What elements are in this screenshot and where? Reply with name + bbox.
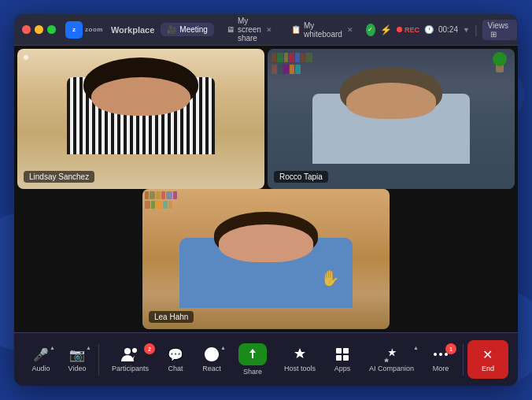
mic-on-indicator [24, 55, 28, 60]
apps-label: Apps [334, 365, 351, 372]
more-button[interactable]: More 1 [423, 342, 458, 377]
host-tools-label: Host tools [284, 365, 316, 372]
main-controls: Participants 2 💬 Chat React ▲ [104, 339, 458, 380]
close-button[interactable] [22, 25, 31, 34]
bookshelf-decoration [272, 53, 511, 109]
audio-label: Audio [31, 365, 50, 372]
whiteboard-tab-icon: 📋 [291, 25, 301, 34]
av-controls: 🎤 Audio ▲ 📷 Video ▲ [24, 342, 94, 377]
control-bar: 🎤 Audio ▲ 📷 Video ▲ [14, 332, 518, 386]
workplace-label: Workplace [111, 25, 154, 35]
meeting-tab-icon: 🎥 [167, 25, 176, 34]
chevron-down-icon[interactable]: ▼ [463, 26, 470, 34]
clock-icon: 🕐 [424, 25, 434, 34]
chat-icon: 💬 [166, 346, 185, 362]
participant-1-overlay [24, 55, 28, 60]
ai-companion-icon [382, 346, 401, 362]
svg-rect-5 [343, 355, 349, 361]
bottom-row: ✋ Lea Hahn [17, 189, 515, 329]
lightning-icon: ⚡ [380, 24, 392, 35]
participants-badge: 2 [144, 343, 155, 354]
svg-rect-2 [336, 348, 342, 354]
top-row: Lindsay Sanchez [17, 49, 515, 189]
host-tools-icon [290, 346, 309, 362]
tab-screen-share[interactable]: 🖥 My screen share ✕ [220, 14, 279, 45]
minimize-button[interactable] [35, 25, 43, 34]
views-button[interactable]: Views ⊞ [482, 20, 517, 40]
divider-1 [98, 344, 99, 376]
meeting-tab-label: Meeting [179, 25, 208, 34]
svg-point-6 [434, 353, 437, 356]
svg-point-0 [124, 348, 131, 354]
divider-2 [463, 344, 464, 376]
end-icon: ✕ [478, 346, 497, 362]
participant-video-3: ✋ Lea Hahn [142, 189, 390, 329]
chat-button[interactable]: 💬 Chat [158, 342, 193, 377]
apps-icon [333, 346, 352, 362]
rec-dot [397, 27, 402, 32]
titlebar: z zoom Workplace 🎥 Meeting 🖥 My screen s… [14, 14, 518, 46]
participant-video-2: Rocco Tapia [268, 49, 515, 189]
rec-label: REC [405, 26, 419, 34]
wave-hand: ✋ [320, 269, 340, 287]
participants-label: Participants [112, 365, 149, 372]
whiteboard-tab-close[interactable]: ✕ [347, 26, 353, 34]
svg-rect-4 [336, 355, 342, 361]
apps-button[interactable]: Apps [325, 342, 360, 377]
video-button[interactable]: 📷 Video ▲ [60, 342, 94, 377]
titlebar-right: ✓ ⚡ REC 🕐 00:24 ▼ | Views ⊞ [366, 20, 517, 40]
svg-rect-3 [343, 348, 349, 354]
chat-label: Chat [168, 365, 183, 372]
screen-share-tab-close[interactable]: ✕ [266, 26, 272, 34]
participant-1-frame [17, 49, 264, 189]
zoom-logo: z zoom [65, 21, 103, 39]
zoom-logo-text: zoom [85, 26, 103, 33]
meeting-timer: 00:24 [438, 25, 458, 34]
screen-share-tab-label: My screen share [238, 17, 261, 43]
zoom-window: z zoom Workplace 🎥 Meeting 🖥 My screen s… [14, 14, 518, 386]
views-label: Views [488, 21, 509, 30]
participants-icon [120, 346, 139, 362]
share-icon [238, 343, 267, 365]
tab-meeting[interactable]: 🎥 Meeting [161, 23, 214, 36]
react-icon [202, 346, 221, 362]
ai-caret-icon[interactable]: ▲ [413, 345, 419, 350]
video-grid: Lindsay Sanchez [14, 46, 518, 332]
screen-share-tab-icon: 🖥 [227, 25, 235, 34]
video-caret-icon[interactable]: ▲ [86, 345, 91, 350]
end-button[interactable]: ✕ End [467, 340, 508, 379]
plant-decoration [493, 53, 507, 72]
maximize-button[interactable] [47, 25, 56, 34]
participant-1-name: Lindsay Sanchez [24, 171, 94, 183]
ai-companion-label: AI Companion [369, 365, 414, 372]
audio-button[interactable]: 🎤 Audio ▲ [24, 342, 58, 377]
audio-caret-icon[interactable]: ▲ [50, 345, 55, 350]
host-tools-button[interactable]: Host tools [276, 342, 323, 377]
participants-button[interactable]: Participants 2 [104, 342, 157, 377]
participant-2-name: Rocco Tapia [274, 171, 328, 183]
views-grid-icon: ⊞ [490, 30, 497, 39]
more-badge: 1 [445, 343, 456, 354]
participant-video-1: Lindsay Sanchez [17, 49, 264, 189]
share-button[interactable]: Share [231, 339, 275, 380]
whiteboard-tab-label: My whiteboard [304, 21, 342, 39]
video-icon: 📷 [68, 346, 87, 362]
ai-companion-button[interactable]: AI Companion ▲ [361, 342, 422, 377]
react-caret-icon[interactable]: ▲ [220, 345, 226, 350]
divider: | [475, 24, 478, 36]
tab-whiteboard[interactable]: 📋 My whiteboard ✕ [285, 19, 360, 41]
security-shield-icon[interactable]: ✓ [366, 24, 375, 36]
lea-bookshelf [142, 189, 390, 252]
video-label: Video [68, 365, 87, 372]
react-label: React [202, 365, 221, 372]
participant-2-frame [268, 49, 515, 189]
audio-icon: 🎤 [31, 346, 50, 362]
window-controls [22, 25, 56, 34]
more-label: More [433, 365, 449, 372]
participant-3-frame: ✋ [142, 189, 390, 329]
react-button[interactable]: React ▲ [194, 342, 229, 377]
participant-3-name: Lea Hahn [149, 311, 194, 323]
share-label: Share [243, 368, 262, 376]
recording-indicator: REC [397, 26, 419, 34]
svg-point-1 [132, 348, 137, 353]
